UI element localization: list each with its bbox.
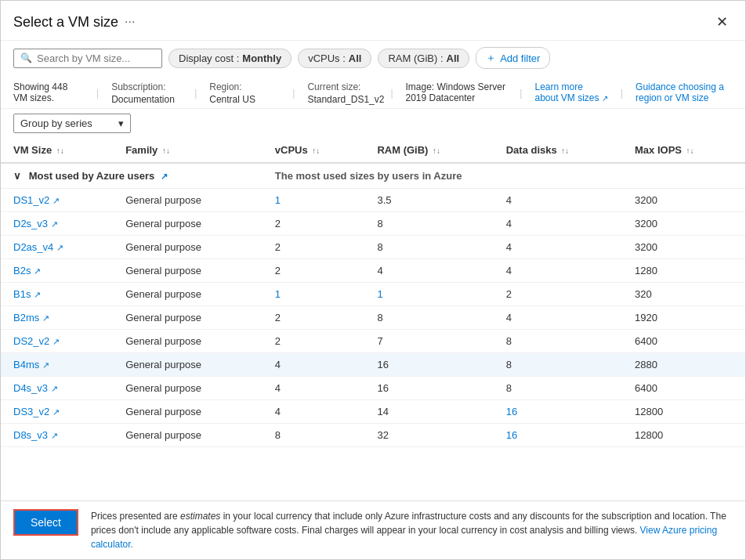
cell-family: General purpose <box>113 283 263 306</box>
group-header-description: The most used sizes by users in Azure <box>263 163 745 189</box>
cell-family: General purpose <box>113 189 263 212</box>
guidance-link[interactable]: Guidance choosing a region or VM size <box>636 81 733 103</box>
cell-vm-name: DS1_v2 ↗ <box>1 189 113 212</box>
plus-icon: ＋ <box>486 51 496 65</box>
cell-iops: 12800 <box>622 424 745 447</box>
vm-trend-icon: ↗ <box>34 290 41 299</box>
col-family-label: Family <box>125 144 158 156</box>
table-row[interactable]: DS2_v2 ↗ General purpose 2 7 8 6400 <box>1 330 745 353</box>
table-row[interactable]: B4ms ↗ General purpose 4 16 8 2880 <box>1 353 745 377</box>
vm-name-link[interactable]: D2as_v4 <box>13 241 53 253</box>
ram-value: All <box>447 52 460 64</box>
current-size-info: Current size: Standard_DS1_v2 <box>307 81 378 105</box>
cell-family: General purpose <box>113 424 263 447</box>
vm-name-link[interactable]: D4s_v3 <box>13 382 48 394</box>
dialog-ellipsis[interactable]: ··· <box>125 15 135 29</box>
col-ram[interactable]: RAM (GiB) ↑↓ <box>364 138 493 163</box>
vm-name-link[interactable]: B2s <box>13 265 31 276</box>
col-vm-size[interactable]: VM Size ↑↓ <box>1 138 113 163</box>
table-row[interactable]: B2s ↗ General purpose 2 4 4 1280 <box>1 259 745 283</box>
max-iops-sort-icon: ↑↓ <box>686 146 694 155</box>
image-info: Image: Windows Server 2019 Datacenter <box>406 81 508 103</box>
col-max-iops-label: Max IOPS <box>635 144 682 156</box>
display-cost-filter[interactable]: Display cost : Monthly <box>168 49 292 68</box>
guidance-info[interactable]: Guidance choosing a region or VM size <box>636 81 733 103</box>
vm-name-link[interactable]: DS2_v2 <box>13 335 49 347</box>
ram-filter[interactable]: RAM (GiB) : All <box>378 49 469 68</box>
cell-ram: 4 <box>364 259 493 283</box>
col-ram-label: RAM (GiB) <box>377 144 428 156</box>
table-row[interactable]: B2ms ↗ General purpose 2 8 4 1920 <box>1 306 745 330</box>
learn-more-info[interactable]: Learn more about VM sizes ↗ <box>534 81 608 103</box>
cell-disks: 8 <box>494 330 622 353</box>
group-toggle[interactable]: ∨ <box>13 170 21 182</box>
col-data-disks[interactable]: Data disks ↑↓ <box>494 138 622 163</box>
table-row[interactable]: D8s_v3 ↗ General purpose 8 32 16 12800 <box>1 424 745 447</box>
image-label: Image: Windows Server 2019 Datacenter <box>406 81 508 103</box>
vm-name-link[interactable]: D2s_v3 <box>13 218 48 229</box>
cell-vcpus: 4 <box>263 353 365 377</box>
group-by-select[interactable]: Group by series ▾ <box>13 114 131 133</box>
vm-size-sort-icon: ↑↓ <box>56 146 64 155</box>
cell-disks: 16 <box>494 424 622 447</box>
learn-more-link[interactable]: Learn more about VM sizes ↗ <box>534 81 608 103</box>
cell-vcpus: 1 <box>263 189 365 212</box>
close-button[interactable]: ✕ <box>712 12 733 32</box>
cell-vm-name: B1s ↗ <box>1 283 113 306</box>
cell-vm-name: B2ms ↗ <box>1 306 113 330</box>
chevron-down-icon: ▾ <box>118 117 124 129</box>
table-row[interactable]: D2as_v4 ↗ General purpose 2 8 4 3200 <box>1 236 745 259</box>
data-disks-sort-icon: ↑↓ <box>561 146 569 155</box>
divider4: | <box>387 81 396 105</box>
cell-disks: 4 <box>494 236 622 259</box>
cell-iops: 1920 <box>622 306 745 330</box>
vm-trend-icon: ↗ <box>53 407 60 417</box>
col-data-disks-label: Data disks <box>506 144 557 156</box>
footer: Select Prices presented are estimates in… <box>1 500 745 559</box>
cell-iops: 1280 <box>622 259 745 283</box>
learn-more-text: Learn more about VM sizes <box>534 81 599 103</box>
cell-iops: 6400 <box>622 330 745 353</box>
cell-vcpus: 2 <box>263 212 365 236</box>
col-max-iops[interactable]: Max IOPS ↑↓ <box>622 138 745 163</box>
vm-trend-icon: ↗ <box>53 337 60 346</box>
vm-name-link[interactable]: DS1_v2 <box>13 194 49 206</box>
col-vcpus[interactable]: vCPUs ↑↓ <box>263 138 365 163</box>
cell-iops: 2880 <box>622 353 745 377</box>
table-row[interactable]: DS3_v2 ↗ General purpose 4 14 16 12800 <box>1 400 745 424</box>
vm-name-link[interactable]: B2ms <box>13 312 39 323</box>
search-input[interactable] <box>37 52 155 64</box>
search-box[interactable]: 🔍 <box>13 49 162 68</box>
search-icon: 🔍 <box>20 52 32 63</box>
cell-family: General purpose <box>113 377 263 400</box>
cell-ram: 8 <box>364 236 493 259</box>
table-row[interactable]: DS1_v2 ↗ General purpose 1 3.5 4 3200 <box>1 189 745 212</box>
region-value: Central US <box>209 94 280 105</box>
cell-vcpus: 4 <box>263 400 365 424</box>
select-button[interactable]: Select <box>13 509 78 536</box>
cell-ram: 1 <box>364 283 493 306</box>
table-row[interactable]: D4s_v3 ↗ General purpose 4 16 8 6400 <box>1 377 745 400</box>
display-cost-value: Monthly <box>242 52 281 64</box>
vm-name-link[interactable]: DS3_v2 <box>13 406 49 417</box>
cell-disks: 4 <box>494 212 622 236</box>
current-size-value: Standard_DS1_v2 <box>307 94 378 105</box>
col-vm-size-label: VM Size <box>13 144 52 156</box>
vm-trend-icon: ↗ <box>42 360 49 370</box>
table-row[interactable]: D2s_v3 ↗ General purpose 2 8 4 3200 <box>1 212 745 236</box>
table-row[interactable]: B1s ↗ General purpose 1 1 2 320 <box>1 283 745 306</box>
vm-name-link[interactable]: B1s <box>13 288 31 300</box>
group-by-label: Group by series <box>20 117 92 129</box>
cell-vcpus: 2 <box>263 306 365 330</box>
vm-name-link[interactable]: D8s_v3 <box>13 429 48 441</box>
col-family[interactable]: Family ↑↓ <box>113 138 263 163</box>
group-header-label[interactable]: ∨ Most used by Azure users ↗ <box>1 163 263 189</box>
vm-name-link[interactable]: B4ms <box>13 359 39 370</box>
add-filter-button[interactable]: ＋ Add filter <box>476 47 550 69</box>
dialog-title: Select a VM size <box>13 14 118 31</box>
cell-vm-name: DS3_v2 ↗ <box>1 400 113 424</box>
footer-disclaimer: Prices presented are estimates in your l… <box>91 509 733 551</box>
group-trend-icon: ↗ <box>161 172 168 181</box>
vcpu-filter[interactable]: vCPUs : All <box>298 49 371 68</box>
cell-family: General purpose <box>113 306 263 330</box>
